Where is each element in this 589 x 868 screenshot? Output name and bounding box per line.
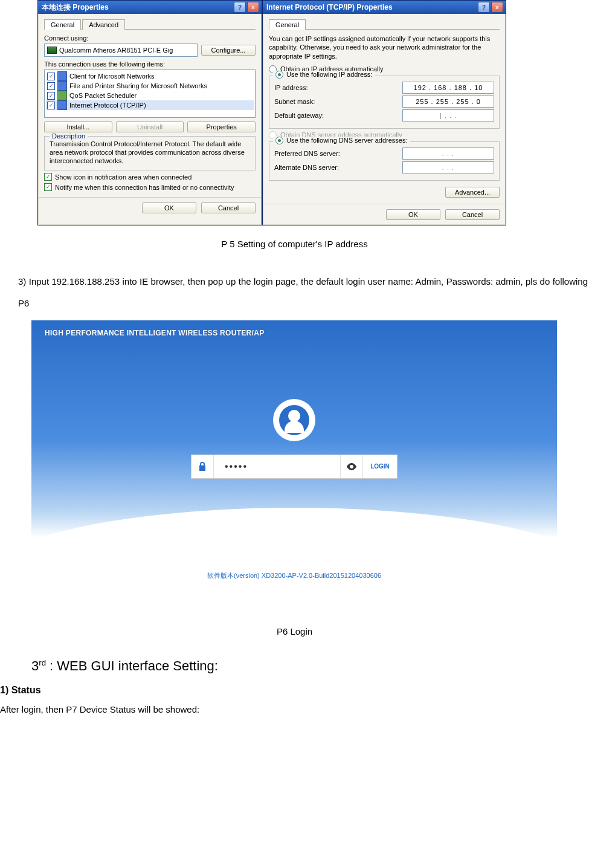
list-item-label: QoS Packet Scheduler xyxy=(69,92,137,99)
avatar-icon xyxy=(273,399,315,441)
list-item-label: Client for Microsoft Networks xyxy=(69,73,155,80)
login-header: HIGH PERFORMANCE INTELLIGENT WIRELESS RO… xyxy=(45,329,264,337)
adapter-field[interactable]: Qualcomm Atheros AR8151 PCI-E Gig xyxy=(44,44,198,57)
login-form: ••••• LOGIN xyxy=(191,455,397,479)
subsection-status: 1) Status xyxy=(0,685,589,696)
lock-icon xyxy=(192,455,214,478)
component-icon xyxy=(57,81,67,91)
radio-label: Use the following DNS server addresses: xyxy=(286,137,408,144)
properties-button[interactable]: Properties xyxy=(187,121,256,132)
list-item[interactable]: ✓ QoS Packet Scheduler xyxy=(46,91,254,100)
show-password-icon[interactable] xyxy=(341,455,363,478)
tcpip-properties-window: Internet Protocol (TCP/IP) Properties ? … xyxy=(262,0,506,225)
ip-address-field[interactable]: 192 . 168 . 188 . 10 xyxy=(402,82,494,94)
checkbox-icon[interactable]: ✓ xyxy=(47,82,55,90)
titlebar: Internet Protocol (TCP/IP) Properties ? … xyxy=(263,1,506,14)
help-icon[interactable]: ? xyxy=(478,2,490,13)
component-icon xyxy=(57,91,67,100)
ok-button[interactable]: OK xyxy=(142,202,196,213)
checkbox-icon[interactable]: ✓ xyxy=(44,173,52,181)
pref-dns-label: Preferred DNS server: xyxy=(274,150,402,157)
component-icon xyxy=(57,71,67,81)
intro-text: You can get IP settings assigned automat… xyxy=(269,34,500,60)
install-button[interactable]: Install... xyxy=(44,121,112,132)
subnet-label: Subnet mask: xyxy=(274,98,402,105)
figure-caption-p5: P 5 Setting of computer's IP address xyxy=(0,239,589,249)
help-icon[interactable]: ? xyxy=(234,2,246,13)
component-icon xyxy=(57,100,67,110)
alt-dns-field[interactable]: . . . xyxy=(402,161,494,173)
checkbox-icon[interactable]: ✓ xyxy=(47,92,55,100)
checkbox-icon[interactable]: ✓ xyxy=(47,102,55,109)
components-list[interactable]: ✓ Client for Microsoft Networks ✓ File a… xyxy=(44,70,256,118)
connect-using-label: Connect using: xyxy=(44,34,256,42)
checkbox-label: Show icon in notification area when conn… xyxy=(55,173,192,181)
tab-general[interactable]: General xyxy=(44,19,81,30)
alt-dns-label: Alternate DNS server: xyxy=(274,164,402,171)
password-field[interactable]: ••••• xyxy=(220,455,341,478)
close-icon[interactable]: × xyxy=(491,2,503,13)
list-item[interactable]: ✓ Client for Microsoft Networks xyxy=(46,71,254,81)
nic-icon xyxy=(47,47,57,54)
advanced-button[interactable]: Advanced... xyxy=(445,187,500,198)
ip-group: Use the following IP address: IP address… xyxy=(269,76,500,129)
tab-general[interactable]: General xyxy=(269,19,306,30)
gateway-field[interactable]: | . . . xyxy=(402,109,494,121)
ip-address-label: IP address: xyxy=(274,84,402,91)
login-screenshot: HIGH PERFORMANCE INTELLIGENT WIRELESS RO… xyxy=(31,320,557,604)
local-connection-properties-window: 本地连接 Properties ? × General Advanced Con… xyxy=(37,0,262,225)
radio-icon[interactable] xyxy=(275,137,283,144)
description-group: Description Transmission Control Protoco… xyxy=(44,136,256,170)
titlebar: 本地连接 Properties ? × xyxy=(38,1,262,14)
cancel-button[interactable]: Cancel xyxy=(445,209,500,220)
cancel-button[interactable]: Cancel xyxy=(201,202,256,213)
configure-button[interactable]: Configure... xyxy=(201,45,256,56)
heading-num: 3 xyxy=(31,658,39,673)
description-title: Description xyxy=(50,132,88,140)
tab-advanced[interactable]: Advanced xyxy=(82,19,125,30)
step3-paragraph: 3) Input 192.168.188.253 into IE browser… xyxy=(18,271,588,314)
section-heading: 3rd : WEB GUI interface Setting: xyxy=(31,658,589,674)
show-icon-checkbox[interactable]: ✓ Show icon in notification area when co… xyxy=(44,173,256,181)
heading-ordinal: rd xyxy=(39,658,46,667)
checkbox-icon[interactable]: ✓ xyxy=(47,73,55,80)
figure-caption-p6: P6 Login xyxy=(0,626,589,636)
window-title: Internet Protocol (TCP/IP) Properties xyxy=(266,3,393,11)
status-text: After login, then P7 Device Status will … xyxy=(0,704,589,714)
uninstall-button: Uninstall xyxy=(116,121,184,132)
list-item-label: Internet Protocol (TCP/IP) xyxy=(69,102,146,109)
subnet-field[interactable]: 255 . 255 . 255 . 0 xyxy=(402,96,494,108)
xp-dialogs-row: 本地连接 Properties ? × General Advanced Con… xyxy=(37,0,589,225)
heading-rest: : WEB GUI interface Setting: xyxy=(46,658,218,673)
tabs: General Advanced xyxy=(44,19,256,30)
list-item[interactable]: ✓ Internet Protocol (TCP/IP) xyxy=(46,100,254,110)
dns-group: Use the following DNS server addresses: … xyxy=(269,141,500,181)
tabs: General xyxy=(269,19,500,30)
window-title: 本地连接 Properties xyxy=(42,2,109,13)
radio-label: Use the following IP address: xyxy=(286,71,372,78)
items-label: This connection uses the following items… xyxy=(44,60,256,68)
list-item[interactable]: ✓ File and Printer Sharing for Microsoft… xyxy=(46,81,254,91)
checkbox-icon[interactable]: ✓ xyxy=(44,183,52,191)
checkbox-label: Notify me when this connection has limit… xyxy=(55,184,234,191)
pref-dns-field[interactable]: . . . xyxy=(402,147,494,160)
login-button[interactable]: LOGIN xyxy=(363,455,397,478)
gateway-label: Default gateway: xyxy=(274,112,402,119)
close-icon[interactable]: × xyxy=(247,2,259,13)
version-footer: 软件版本(version) XD3200-AP-V2.0-Build201512… xyxy=(31,571,557,580)
notify-checkbox[interactable]: ✓ Notify me when this connection has lim… xyxy=(44,183,256,191)
adapter-name: Qualcomm Atheros AR8151 PCI-E Gig xyxy=(59,47,173,54)
description-text: Transmission Control Protocol/Internet P… xyxy=(50,140,250,165)
ok-button[interactable]: OK xyxy=(386,209,440,220)
list-item-label: File and Printer Sharing for Microsoft N… xyxy=(69,82,207,89)
radio-icon[interactable] xyxy=(275,71,283,79)
